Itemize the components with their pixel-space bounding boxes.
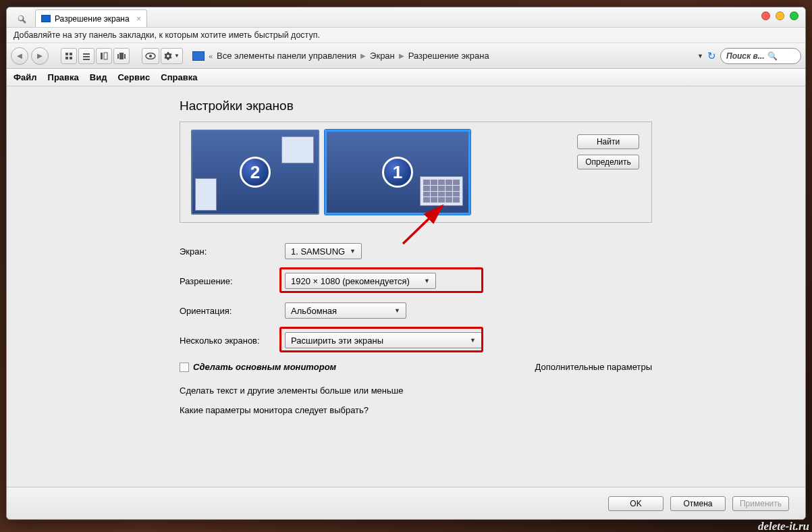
advanced-params-link[interactable]: Дополнительные параметры: [535, 362, 652, 372]
ok-button[interactable]: OK: [608, 496, 664, 511]
orientation-label: Ориентация:: [180, 306, 285, 316]
caret-down-icon: ▼: [470, 337, 476, 344]
monitor-2[interactable]: 2: [191, 130, 319, 215]
menu-service[interactable]: Сервис: [117, 72, 150, 82]
watermark: delete-it.ru: [758, 520, 809, 532]
settings-fields: Экран: 1. SAMSUNG▼ Разрешение: 1920 × 10…: [180, 236, 652, 355]
svg-rect-6: [83, 59, 90, 60]
caret-down-icon: ▼: [350, 248, 356, 255]
menu-file[interactable]: Файл: [13, 72, 37, 82]
tab-title: Разрешение экрана: [55, 14, 130, 24]
menu-help[interactable]: Справка: [161, 72, 197, 82]
mini-window-icon: [281, 136, 314, 163]
cancel-button[interactable]: Отмена: [670, 496, 726, 511]
wrench-icon[interactable]: [12, 11, 31, 27]
caret-down-icon: ▼: [424, 277, 430, 284]
breadcrumb-overflow-icon[interactable]: «: [209, 52, 213, 60]
svg-rect-0: [65, 53, 68, 55]
svg-rect-10: [119, 53, 124, 59]
svg-rect-2: [65, 57, 68, 59]
find-button[interactable]: Найти: [577, 134, 639, 149]
search-icon: 🔍: [767, 51, 778, 61]
make-main-checkbox[interactable]: [180, 363, 189, 372]
identify-button[interactable]: Определить: [577, 155, 639, 169]
svg-rect-5: [83, 56, 90, 57]
resolution-label: Разрешение:: [180, 276, 285, 286]
tab-close-icon[interactable]: ×: [136, 14, 142, 24]
view-columns-button[interactable]: [96, 48, 112, 64]
breadcrumb-dropdown-icon[interactable]: ▼: [697, 53, 703, 59]
resolution-dropdown[interactable]: 1920 × 1080 (рекомендуется)▼: [285, 273, 436, 289]
screen-dropdown[interactable]: 1. SAMSUNG▼: [285, 243, 362, 259]
svg-rect-8: [104, 53, 107, 59]
make-main-row: Сделать основным монитором Дополнительны…: [180, 362, 652, 372]
maximize-window-icon[interactable]: [790, 11, 799, 20]
chevron-right-icon: ▶: [399, 52, 404, 59]
svg-rect-9: [117, 54, 119, 59]
window-controls: [761, 11, 799, 20]
svg-point-13: [149, 55, 152, 57]
make-main-label: Сделать основным монитором: [193, 362, 336, 372]
breadcrumb-item[interactable]: Экран: [370, 51, 395, 61]
minimize-window-icon[interactable]: [776, 11, 784, 20]
which-settings-link[interactable]: Какие параметры монитора следует выбрать…: [180, 405, 805, 415]
view-coverflow-button[interactable]: [113, 48, 130, 64]
tab-strip: Разрешение экрана ×: [7, 7, 805, 28]
search-input[interactable]: Поиск в... 🔍: [720, 48, 801, 64]
breadcrumb-item[interactable]: Все элементы панели управления: [217, 51, 356, 61]
browser-window: Разрешение экрана × Добавляйте на эту па…: [6, 7, 806, 520]
tab-favicon: [41, 15, 51, 22]
orientation-dropdown[interactable]: Альбомная▼: [285, 302, 406, 319]
content-area: Настройки экранов 2 1 Найти Определи: [7, 86, 805, 487]
svg-rect-1: [70, 53, 72, 55]
bottom-bar: OK Отмена Применить: [7, 487, 805, 519]
svg-rect-4: [83, 53, 90, 55]
refresh-icon[interactable]: ↻: [707, 50, 716, 62]
toolbar: ◄ ► ▼ « Все элементы панели управления ▶…: [7, 43, 805, 69]
svg-rect-3: [70, 57, 72, 59]
tool-group: ▼: [142, 48, 183, 64]
multiple-displays-dropdown[interactable]: Расширить эти экраны▼: [285, 332, 482, 348]
breadcrumb-item[interactable]: Разрешение экрана: [408, 51, 489, 61]
text-size-link[interactable]: Сделать текст и другие элементы больше и…: [180, 385, 805, 396]
chevron-right-icon: ▶: [360, 52, 366, 59]
screen-label: Экран:: [180, 246, 285, 257]
view-tiles-button[interactable]: [61, 48, 77, 64]
search-placeholder: Поиск в...: [726, 51, 765, 61]
multiple-displays-label: Несколько экранов:: [180, 336, 285, 346]
mini-window-icon: [195, 178, 217, 211]
svg-rect-7: [101, 53, 103, 59]
control-panel-icon: [192, 51, 205, 61]
view-mode-group: [61, 48, 130, 64]
breadcrumb: « Все элементы панели управления ▶ Экран…: [192, 51, 689, 61]
page-title: Настройки экранов: [180, 99, 805, 113]
view-list-button[interactable]: [78, 48, 94, 64]
quicklook-button[interactable]: [142, 48, 159, 64]
caret-down-icon: ▼: [394, 307, 400, 314]
display-preview-box: 2 1 Найти Определить: [180, 122, 652, 223]
browser-tab[interactable]: Разрешение экрана ×: [35, 9, 147, 27]
nav-back-button[interactable]: ◄: [11, 47, 28, 65]
monitor-number-badge: 1: [382, 157, 413, 188]
menu-view[interactable]: Вид: [90, 72, 107, 82]
svg-rect-11: [124, 54, 126, 59]
action-menu-button[interactable]: ▼: [161, 48, 183, 64]
apply-button[interactable]: Применить: [732, 496, 789, 511]
close-window-icon[interactable]: [761, 11, 770, 20]
nav-forward-button[interactable]: ►: [31, 47, 49, 65]
menu-bar: Файл Правка Вид Сервис Справка: [7, 69, 805, 86]
monitor-number-badge: 2: [240, 157, 271, 188]
menu-edit[interactable]: Правка: [48, 72, 79, 82]
bookmarks-hint: Добавляйте на эту панель закладки, к кот…: [7, 28, 805, 43]
